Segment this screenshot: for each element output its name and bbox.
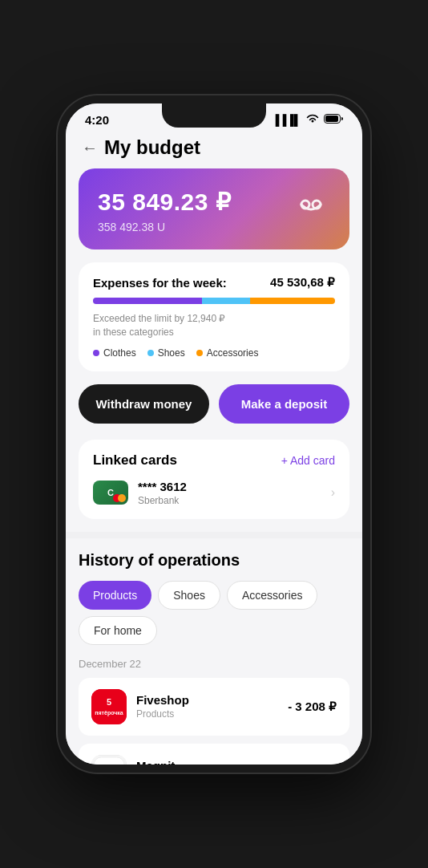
battery-icon — [324, 114, 343, 126]
history-title: History of operations — [79, 551, 349, 570]
chevron-right-icon: › — [331, 485, 335, 500]
fiveshop-name: Fiveshop — [136, 693, 189, 707]
accessories-dot — [196, 350, 203, 356]
add-card-button[interactable]: + Add card — [281, 454, 335, 467]
status-icons: ▐▐▐▌ — [272, 114, 343, 126]
balance-info: 35 849.23 ₽ 358 492.38 U — [98, 188, 231, 233]
status-time: 4:20 — [85, 113, 109, 127]
legend-accessories: Accessories — [196, 347, 259, 359]
history-section: History of operations Products Shoes Acc… — [66, 551, 362, 765]
card-bank: Sberbank — [138, 495, 187, 506]
notch — [162, 103, 266, 128]
tab-for-home[interactable]: For home — [79, 616, 157, 645]
category-legend: Clothes Shoes Accessories — [93, 347, 335, 359]
legend-clothes: Clothes — [93, 347, 136, 359]
phone-frame: 4:20 ▐▐▐▌ — [58, 95, 370, 773]
exceeded-text: Exceeded the limit by 12,940 ₽in these c… — [93, 312, 335, 339]
card-info: С **** 3612 Sberbank — [93, 480, 187, 506]
legend-shoes: Shoes — [147, 347, 185, 359]
signal-icon: ▐▐▐▌ — [272, 114, 301, 126]
shoes-label: Shoes — [158, 347, 185, 359]
transaction-left-magnit: М МАГНИТ Magnit Products — [91, 755, 175, 765]
phone-screen: 4:20 ▐▐▐▌ — [66, 103, 362, 765]
transaction-fiveshop[interactable]: 5 пятёрочка Fiveshop Products - 3 208 ₽ — [79, 678, 349, 736]
header: ← My budget — [66, 130, 362, 168]
magnit-logo: М МАГНИТ — [91, 755, 127, 765]
accessories-label: Accessories — [207, 347, 259, 359]
section-divider — [66, 532, 362, 538]
sberbank-logo: С — [93, 481, 128, 505]
magnit-icon: М МАГНИТ — [91, 755, 127, 765]
svg-rect-1 — [325, 116, 338, 122]
tab-accessories[interactable]: Accessories — [227, 581, 317, 610]
tab-shoes[interactable]: Shoes — [158, 581, 220, 610]
magnit-name: Magnit — [136, 759, 175, 765]
pyaterochka-logo: 5 пятёрочка — [91, 689, 127, 724]
deposit-button[interactable]: Make a deposit — [219, 384, 349, 424]
magnit-details: Magnit Products — [136, 759, 175, 765]
expenses-progress-bar — [93, 298, 335, 304]
page-title: My budget — [104, 136, 200, 159]
linked-cards-title: Linked cards — [93, 452, 177, 468]
withdraw-button[interactable]: Withdraw money — [79, 384, 209, 424]
progress-clothes — [93, 298, 202, 304]
transaction-left-fiveshop: 5 пятёрочка Fiveshop Products — [91, 689, 189, 724]
mc-orange — [118, 494, 126, 502]
clothes-label: Clothes — [103, 347, 136, 359]
expenses-header: Expenses for the week: 45 530,68 ₽ — [93, 275, 335, 290]
expenses-amount: 45 530,68 ₽ — [270, 275, 335, 290]
expenses-label: Expenses for the week: — [93, 276, 227, 290]
fiveshop-amount: - 3 208 ₽ — [288, 700, 337, 714]
action-buttons: Withdraw money Make a deposit — [66, 384, 362, 440]
svg-rect-4 — [91, 689, 127, 724]
shoes-dot — [147, 350, 154, 356]
fiveshop-icon: 5 пятёрочка — [91, 689, 127, 724]
linked-cards-section: Linked cards + Add card С **** 3612 Sber… — [79, 440, 349, 519]
svg-rect-8 — [94, 757, 124, 765]
svg-text:5: 5 — [107, 697, 111, 707]
balance-sub-amount: 358 492.38 U — [98, 221, 231, 233]
balance-card: 35 849.23 ₽ 358 492.38 U — [79, 168, 349, 249]
balance-amount: 35 849.23 ₽ — [98, 188, 231, 216]
progress-shoes — [202, 298, 250, 304]
card-number: **** 3612 — [138, 480, 187, 493]
progress-accessories — [250, 298, 335, 304]
wifi-icon — [306, 114, 319, 126]
mastercard-logo — [113, 494, 126, 502]
svg-text:пятёрочка: пятёрочка — [95, 710, 123, 716]
filter-tabs: Products Shoes Accessories For home — [79, 581, 349, 645]
u-logo-icon — [292, 188, 330, 226]
transaction-magnit[interactable]: М МАГНИТ Magnit Products - 2 999,65 ₽ — [79, 744, 349, 765]
linked-cards-header: Linked cards + Add card — [93, 452, 335, 468]
card-details: **** 3612 Sberbank — [138, 480, 187, 506]
card-item[interactable]: С **** 3612 Sberbank › — [93, 480, 335, 506]
fiveshop-category: Products — [136, 708, 189, 720]
clothes-dot — [93, 350, 99, 356]
fiveshop-details: Fiveshop Products — [136, 693, 189, 720]
tab-products[interactable]: Products — [79, 581, 151, 610]
date-group-dec22: December 22 — [79, 658, 349, 670]
expenses-card: Expenses for the week: 45 530,68 ₽ Excee… — [79, 262, 349, 371]
back-button[interactable]: ← — [82, 139, 98, 157]
